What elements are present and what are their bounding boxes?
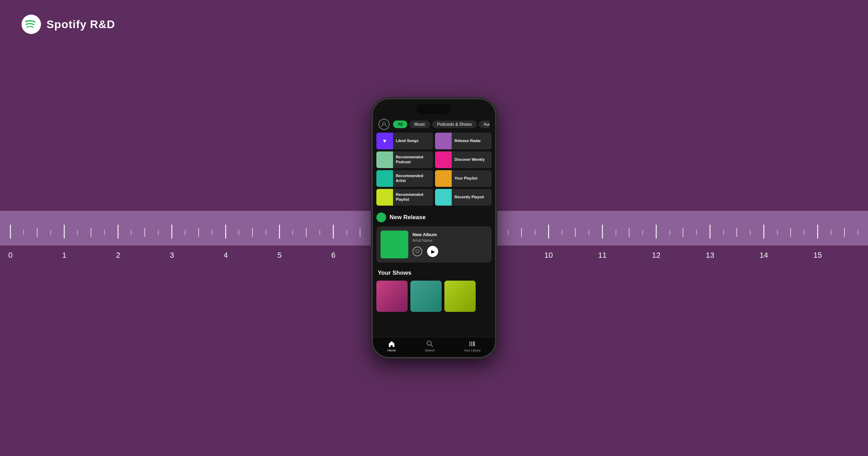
show-thumb-1[interactable] [376,281,408,312]
quick-item-discover-weekly[interactable]: Discover Weekly [435,151,492,168]
vinyl-icon [384,234,405,255]
rec-playlist-color [376,189,393,206]
your-shows-header: Your Shows [376,270,492,276]
quick-item-rec-artist[interactable]: Recommended Artist [376,170,433,187]
nav-search-label: Search [425,349,435,352]
phone-screen: All Music Podcasts & Shows Audiobo ♥ Lik… [373,99,495,357]
nav-home[interactable]: Home [387,340,396,352]
liked-songs-color: ♥ [376,133,393,149]
recently-played-label: Recently Played [454,195,485,199]
library-icon [468,340,476,348]
album-art [381,231,408,258]
svg-rect-91 [471,341,472,346]
release-radar-label: Release Radar [454,139,482,143]
svg-point-81 [383,122,385,125]
nav-library[interactable]: Your Library [464,340,481,352]
search-icon [426,340,434,348]
nav-search[interactable]: Search [425,340,435,352]
filter-audiobooks[interactable]: Audiobo [479,121,490,128]
rec-artist-color [376,170,393,187]
album-actions: ▶ [412,246,487,257]
top-bar: All Music Podcasts & Shows Audiobo [373,114,495,133]
new-release-header: New Release [376,213,492,222]
release-radar-color [435,133,452,149]
bottom-nav: Home Search Your Library [373,337,495,357]
nav-library-label: Your Library [464,349,481,352]
your-playlist-color [435,170,452,187]
liked-songs-label: Liked Songs [396,139,420,143]
phone-mockup: All Music Podcasts & Shows Audiobo ♥ Lik… [372,98,496,358]
your-playlist-label: Your Playlist [454,176,479,181]
screen-content: ♥ Liked Songs Release Radar Recommended … [373,133,495,337]
svg-rect-92 [473,341,475,346]
album-info: New Album Artist Name ▶ [412,232,487,257]
brand-logo-area: Spotify R&D [21,14,115,35]
filter-podcasts[interactable]: Podcasts & Shows [432,121,477,128]
dynamic-island [417,104,451,114]
rec-podcast-label: Recommended Podcast [396,155,433,164]
new-release-card[interactable]: New Album Artist Name ▶ [376,226,492,263]
svg-line-89 [431,345,433,347]
svg-point-87 [397,237,399,239]
quick-item-release-radar[interactable]: Release Radar [435,133,492,149]
phone-frame: All Music Podcasts & Shows Audiobo ♥ Lik… [372,98,496,358]
recently-played-color [435,189,452,206]
new-release-title: New Release [390,214,426,221]
show-thumb-3[interactable] [444,281,476,312]
quick-item-rec-podcast[interactable]: Recommended Podcast [376,151,433,168]
user-avatar[interactable] [378,119,390,130]
quick-item-liked-songs[interactable]: ♥ Liked Songs [376,133,433,149]
discover-weekly-label: Discover Weekly [454,157,486,162]
home-icon [388,340,395,348]
nav-home-label: Home [387,349,396,352]
filter-music[interactable]: Music [409,121,430,128]
svg-rect-90 [469,341,470,346]
brand-text: Spotify R&D [47,18,115,31]
svg-point-0 [22,15,41,34]
discover-weekly-color [435,151,452,168]
filter-all[interactable]: All [393,121,407,128]
rec-podcast-color [376,151,393,168]
rec-artist-label: Recommended Artist [396,174,433,183]
quick-item-recently-played[interactable]: Recently Played [435,189,492,206]
filter-pills: All Music Podcasts & Shows Audiobo [393,121,490,128]
show-thumb-2[interactable] [410,281,442,312]
quick-item-rec-playlist[interactable]: Recommended Playlist [376,189,433,206]
album-artist: Artist Name [412,238,487,242]
svg-point-85 [393,243,395,246]
spotify-logo [21,14,42,35]
shows-row [376,281,492,312]
play-icon: ▶ [431,249,435,254]
quick-item-your-playlist[interactable]: Your Playlist [435,170,492,187]
your-shows-title: Your Shows [378,270,411,276]
heart-button[interactable] [412,247,422,256]
quick-grid: ♥ Liked Songs Release Radar Recommended … [376,133,492,206]
play-button[interactable]: ▶ [427,246,438,257]
rec-playlist-label: Recommended Playlist [396,192,433,201]
album-title: New Album [412,232,487,237]
new-release-dot [376,213,386,222]
